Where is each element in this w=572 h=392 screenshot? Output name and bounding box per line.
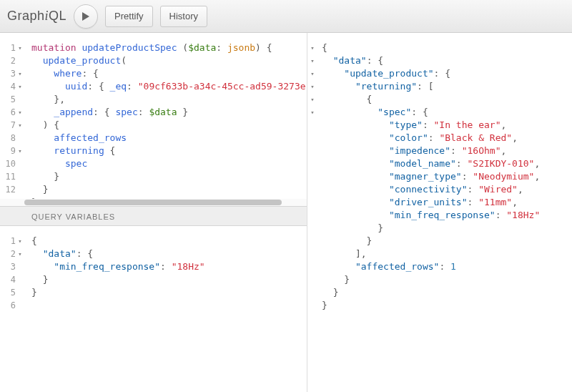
variables-editor[interactable]: 1▾2▾3456 { "data": { "min_freq_response"… — [0, 226, 307, 392]
line-number: 8 — [1, 132, 16, 144]
code-line: where: { — [31, 67, 307, 80]
play-icon — [82, 11, 90, 21]
code-line: "model_name": "S2IKDY-010", — [322, 157, 572, 170]
prettify-button[interactable]: Prettify — [105, 6, 152, 27]
code-line: } — [31, 170, 307, 183]
line-number: 7 — [1, 119, 16, 132]
code-line: } — [322, 222, 572, 235]
code-line: "affected_rows": 1 — [322, 260, 572, 273]
code-line: "update_product": { — [322, 67, 572, 80]
execute-button[interactable] — [74, 4, 98, 29]
line-number: 6 — [1, 299, 16, 312]
code-line: "magner_type": "Neodymium", — [322, 170, 572, 183]
left-panel: 1▾23▾4▾56▾7▾89▾10111213 mutation updateP… — [0, 33, 307, 392]
code-line: "data": { — [31, 248, 307, 260]
result-viewer[interactable]: ▾▾▾▾▾▾ { "data": { "update_product": { "… — [307, 33, 572, 392]
line-number: 4 — [1, 80, 16, 93]
line-number: 3 — [1, 260, 16, 273]
line-number: 3 — [1, 67, 16, 80]
code-line: { — [31, 235, 307, 248]
code-line: "impedence": "16Ohm", — [322, 144, 572, 157]
fold-icon[interactable]: ▾ — [308, 41, 317, 54]
line-number: 5 — [1, 286, 16, 299]
code-line: "type": "In the ear", — [322, 119, 572, 132]
fold-icon[interactable]: ▾ — [16, 144, 24, 157]
fold-icon[interactable]: ▾ — [16, 80, 24, 93]
line-number: 5 — [1, 93, 16, 106]
line-number: 6 — [1, 106, 16, 119]
query-editor[interactable]: 1▾23▾4▾56▾7▾89▾10111213 mutation updateP… — [0, 33, 307, 199]
code-line: } — [322, 273, 572, 286]
query-horizontal-scrollbar[interactable] — [0, 199, 307, 206]
code-line: } — [322, 299, 572, 312]
line-number: 10 — [1, 157, 16, 170]
line-number: 11 — [1, 170, 16, 183]
result-panel: ▾▾▾▾▾▾ { "data": { "update_product": { "… — [307, 33, 572, 392]
code-line: } — [322, 286, 572, 299]
fold-icon[interactable]: ▾ — [16, 67, 24, 80]
main: 1▾23▾4▾56▾7▾89▾10111213 mutation updateP… — [0, 33, 572, 392]
code-line: } — [31, 183, 307, 196]
code-line: ], — [322, 248, 572, 260]
line-number: 12 — [1, 183, 16, 196]
code-line: _append: { spec: $data } — [31, 106, 307, 119]
code-line: { — [322, 41, 572, 54]
code-line: update_product( — [31, 54, 307, 67]
code-line: "connectivity": "Wired", — [322, 183, 572, 196]
fold-icon[interactable]: ▾ — [308, 67, 317, 80]
fold-icon[interactable]: ▾ — [16, 248, 24, 260]
history-button[interactable]: History — [160, 6, 207, 27]
line-number: 1 — [1, 41, 16, 54]
fold-icon[interactable]: ▾ — [308, 80, 317, 93]
line-number: 4 — [1, 273, 16, 286]
code-line: affected_rows — [31, 132, 307, 144]
code-line: }, — [31, 93, 307, 106]
code-line: spec — [31, 157, 307, 170]
code-line: } — [31, 273, 307, 286]
code-line: "min_freq_response": "18Hz" — [322, 209, 572, 222]
topbar: GraphiQL Prettify History — [0, 0, 572, 33]
code-line: "spec": { — [322, 106, 572, 119]
code-line: ) { — [31, 119, 307, 132]
fold-icon[interactable]: ▾ — [16, 235, 24, 248]
code-line: } — [31, 286, 307, 299]
code-line: } — [322, 235, 572, 248]
code-line: mutation updateProductSpec ($data: jsonb… — [31, 41, 307, 54]
fold-icon[interactable]: ▾ — [308, 93, 317, 106]
code-line: "returning": [ — [322, 80, 572, 93]
fold-icon[interactable]: ▾ — [308, 106, 317, 119]
code-line: "driver_units": "11mm", — [322, 196, 572, 209]
fold-icon[interactable]: ▾ — [16, 119, 24, 132]
logo: GraphiQL — [7, 9, 66, 24]
code-line: uuid: { _eq: "09cf633b-a34c-45cc-ad59-32… — [31, 80, 307, 93]
line-number: 2 — [1, 54, 16, 67]
code-line: "data": { — [322, 54, 572, 67]
line-number: 9 — [1, 144, 16, 157]
line-number: 2 — [1, 248, 16, 260]
code-line: { — [322, 93, 572, 106]
code-line: "min_freq_response": "18Hz" — [31, 260, 307, 273]
code-line — [31, 299, 307, 312]
code-line: returning { — [31, 144, 307, 157]
fold-icon[interactable]: ▾ — [308, 54, 317, 67]
fold-icon[interactable]: ▾ — [16, 106, 24, 119]
code-line: "color": "Black & Red", — [322, 132, 572, 144]
fold-icon[interactable]: ▾ — [16, 41, 24, 54]
line-number: 1 — [1, 235, 16, 248]
variables-header[interactable]: QUERY VARIABLES — [0, 206, 307, 226]
